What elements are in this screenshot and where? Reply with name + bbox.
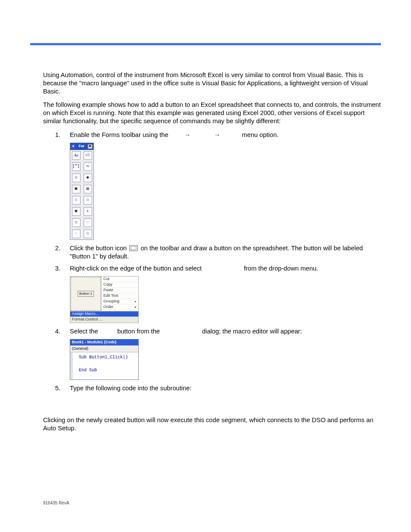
forms-toolbar-title: ▾ For ✕ — [70, 143, 93, 150]
step-4-text-b: button from the — [117, 328, 160, 335]
combolist-icon: ▥ — [72, 196, 81, 205]
step-number: 5. — [55, 384, 60, 392]
step-1-text-b: menu option. — [242, 131, 279, 138]
arrow-icon: → — [214, 131, 219, 139]
label-icon: Aa — [72, 151, 81, 160]
ctx-copy: Copy — [102, 282, 138, 288]
step-2-text-a: Click the button icon — [70, 245, 127, 252]
step-3-text-b: from the drop-down menu. — [244, 265, 318, 272]
closing-paragraph: Clicking on the newly created button wil… — [43, 416, 381, 432]
code-icon: ▭ — [84, 218, 92, 227]
forms-row: ☑ ◉ — [70, 172, 93, 184]
ctx-format-control: Format Control ... — [70, 317, 138, 323]
step-3: 3. Right-click on the edge of the button… — [43, 264, 381, 323]
intro-paragraph-1: Using Automation, control of the instrum… — [43, 71, 381, 95]
forms-toolbar-title-text: For — [78, 144, 84, 149]
step-1: 1. Enable the Forms toolbar using the → … — [43, 131, 381, 240]
close-icon: ✕ — [87, 144, 93, 149]
forms-row: ▣ ⇕ — [70, 206, 93, 217]
checkbox-icon: ☑ — [72, 174, 81, 182]
ctx-label: Copy — [103, 282, 112, 287]
forms-row: Aa ab — [70, 150, 93, 161]
ctx-grouping: Grouping▸ — [102, 299, 138, 305]
intro-paragraph-2: The following example shows how to add a… — [43, 101, 381, 125]
ctx-cut: Cut — [102, 277, 138, 282]
ctx-paste: Paste — [102, 288, 138, 293]
document-page: Using Automation, control of the instrum… — [0, 0, 411, 532]
step-3-text: Right-click on the edge of the button an… — [70, 264, 381, 273]
forms-row: ▥ ▧ — [70, 195, 93, 206]
step-3-text-a: Right-click on the edge of the button an… — [70, 265, 202, 272]
step-number: 4. — [55, 327, 60, 336]
properties-icon: ▦ — [72, 218, 81, 227]
forms-toolbar-figure: ▾ For ✕ Aa ab ["] ▭ ☑ ◉ — [70, 143, 94, 240]
forms-row: ["] ▭ — [70, 161, 93, 172]
combobox-icon: ▤ — [84, 185, 92, 193]
context-menu: Cut Copy Paste Edit Text Grouping▸ Order… — [101, 277, 138, 311]
button-icon: ▭ — [84, 162, 92, 171]
ctx-label: Paste — [103, 288, 113, 293]
ctx-label: Grouping — [103, 299, 119, 304]
arrow-icon: → — [184, 131, 189, 139]
code-body: Sub Button1_Click|) End Sub — [70, 352, 138, 380]
step-number: 1. — [55, 131, 60, 139]
selected-button-area: Button 1 — [71, 277, 101, 311]
submenu-arrow-icon: ▸ — [135, 300, 137, 304]
step-number: 3. — [55, 264, 60, 273]
step-1-text-a: Enable the Forms toolbar using the — [70, 131, 168, 138]
step-2-text: Click the button icon on the toolbar and… — [70, 244, 381, 261]
submenu-arrow-icon: ▸ — [135, 305, 137, 309]
header-rule — [30, 43, 381, 45]
forms-row: ▦ ▭ — [70, 217, 93, 228]
code-line-1: Sub Button1_Click|) — [79, 354, 136, 361]
step-4: 4. Select the button from the dialog; th… — [43, 327, 381, 380]
step-1-text: Enable the Forms toolbar using the → → m… — [70, 131, 381, 139]
context-bottom: Assign Macro... Format Control ... — [70, 311, 138, 323]
run-icon: ▧ — [84, 230, 92, 238]
ctx-order: Order▸ — [102, 305, 138, 310]
grid-icon: ⋯ — [72, 230, 81, 238]
option-icon: ◉ — [84, 174, 92, 182]
editbox-icon: ab — [84, 151, 92, 160]
code-window-figure: Book1 - Module1 (Code) (General) Sub But… — [70, 339, 139, 380]
step-4-text-c: dialog; the macro editor will appear: — [202, 328, 302, 335]
forms-row: ⋯ ▧ — [70, 228, 93, 240]
step-2: 2. Click the button icon on the toolbar … — [43, 244, 381, 261]
combodrop-icon: ▧ — [84, 196, 92, 205]
context-menu-figure: Button 1 Cut Copy Paste Edit Text Groupi… — [70, 276, 139, 323]
groupbox-icon: ["] — [72, 162, 81, 171]
code-window-title: Book1 - Module1 (Code) — [70, 339, 138, 345]
context-top: Button 1 Cut Copy Paste Edit Text Groupi… — [70, 277, 138, 311]
spinner-icon: ⇕ — [84, 207, 92, 216]
content-area: Using Automation, control of the instrum… — [43, 71, 381, 438]
step-4-text: Select the button from the dialog; the m… — [70, 327, 381, 336]
scrollbar-icon: ▣ — [72, 207, 81, 216]
ctx-label: Order — [103, 305, 113, 310]
ctx-label: Format Control ... — [72, 317, 102, 322]
code-line-2: End Sub — [79, 367, 136, 373]
ctx-label: Edit Text — [103, 293, 118, 299]
step-5-text: Type the following code into the subrout… — [70, 384, 381, 392]
ctx-assign-macro: Assign Macro... — [70, 311, 138, 317]
footer-text: 916435 RevA — [43, 501, 69, 505]
step-5: 5. Type the following code into the subr… — [43, 384, 381, 392]
forms-row: ▦ ▤ — [70, 184, 93, 195]
ctx-label: Cut — [103, 277, 109, 282]
listbox-icon: ▦ — [72, 185, 81, 193]
ctx-edit-text: Edit Text — [102, 293, 138, 299]
code-combo: (General) — [70, 345, 138, 352]
ctx-label: Assign Macro... — [72, 311, 99, 317]
step-number: 2. — [55, 244, 60, 252]
dropdown-icon: ▾ — [71, 144, 75, 149]
step-4-text-a: Select the — [70, 328, 98, 335]
button-tool-icon — [129, 245, 138, 251]
button-1: Button 1 — [78, 291, 94, 297]
step-list: 1. Enable the Forms toolbar using the → … — [43, 131, 381, 392]
